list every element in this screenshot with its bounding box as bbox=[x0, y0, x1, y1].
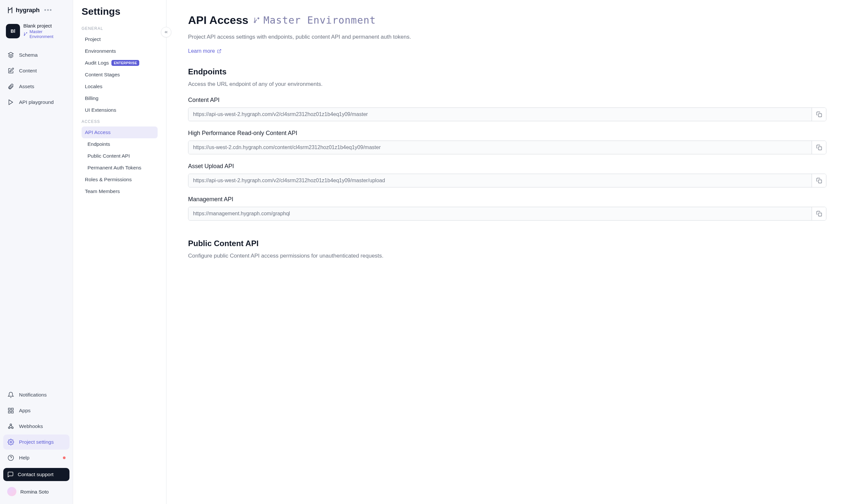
svg-rect-2 bbox=[8, 408, 11, 410]
grid-icon bbox=[7, 407, 14, 414]
page-description: Project API access settings with endpoin… bbox=[188, 34, 826, 40]
webhook-icon bbox=[7, 423, 14, 430]
svg-point-11 bbox=[254, 21, 256, 23]
settings-item-locales[interactable]: Locales bbox=[82, 80, 158, 92]
nav-assets[interactable]: Assets bbox=[3, 79, 70, 94]
endpoint-label: High Performance Read-only Content API bbox=[188, 130, 826, 137]
app-logo[interactable]: hygraph bbox=[6, 6, 40, 14]
layers-icon bbox=[7, 51, 14, 59]
branch-icon bbox=[253, 17, 260, 24]
nav-webhooks[interactable]: Webhooks bbox=[3, 419, 70, 434]
endpoint-label: Asset Upload API bbox=[188, 163, 826, 170]
public-content-heading: Public Content API bbox=[188, 239, 826, 248]
svg-rect-4 bbox=[8, 411, 11, 413]
settings-item-environments[interactable]: Environments bbox=[82, 45, 158, 57]
branch-icon bbox=[23, 32, 28, 36]
settings-item-api-access[interactable]: API Access bbox=[82, 126, 158, 138]
svg-rect-5 bbox=[12, 411, 14, 413]
nav-help[interactable]: Help bbox=[3, 450, 70, 465]
user-avatar bbox=[7, 487, 16, 496]
copy-button[interactable] bbox=[812, 108, 826, 121]
public-content-description: Configure public Content API access perm… bbox=[188, 253, 826, 259]
settings-item-ui-extensions[interactable]: UI Extensions bbox=[82, 104, 158, 116]
notification-dot bbox=[63, 456, 66, 459]
nav-apps[interactable]: Apps bbox=[3, 403, 70, 418]
endpoint-content-api: Content API bbox=[188, 97, 826, 121]
svg-rect-15 bbox=[818, 213, 822, 216]
primary-sidebar: hygraph ••• Bl Blank project Master Envi… bbox=[0, 0, 73, 504]
settings-item-public-content-api[interactable]: Public Content API bbox=[82, 150, 158, 162]
endpoint-label: Content API bbox=[188, 97, 826, 104]
external-link-icon bbox=[217, 49, 221, 53]
collapse-panel-button[interactable] bbox=[161, 27, 172, 37]
page-title: API Access bbox=[188, 14, 248, 26]
settings-section-general: GENERAL bbox=[82, 26, 158, 31]
copy-button[interactable] bbox=[812, 207, 826, 220]
svg-rect-14 bbox=[818, 180, 822, 183]
nav-notifications[interactable]: Notifications bbox=[3, 387, 70, 402]
settings-item-project[interactable]: Project bbox=[82, 33, 158, 45]
settings-item-audit-logs[interactable]: Audit Logs ENTERPRISE bbox=[82, 57, 158, 69]
svg-rect-3 bbox=[12, 408, 14, 410]
endpoint-high-performance: High Performance Read-only Content API bbox=[188, 130, 826, 154]
nav-schema[interactable]: Schema bbox=[3, 48, 70, 62]
nav-content[interactable]: Content bbox=[3, 63, 70, 78]
learn-more-link[interactable]: Learn more bbox=[188, 48, 221, 54]
copy-icon bbox=[816, 111, 822, 117]
svg-marker-1 bbox=[9, 100, 13, 105]
chevron-double-left-icon bbox=[164, 30, 168, 34]
edit-icon bbox=[7, 67, 14, 74]
endpoint-asset-upload: Asset Upload API bbox=[188, 163, 826, 187]
project-switcher[interactable]: Bl Blank project Master Environment bbox=[3, 20, 70, 42]
endpoint-url-input[interactable] bbox=[188, 141, 812, 154]
contact-support-button[interactable]: Contact support bbox=[3, 468, 70, 481]
message-icon bbox=[7, 471, 14, 478]
settings-item-content-stages[interactable]: Content Stages bbox=[82, 69, 158, 80]
project-avatar: Bl bbox=[6, 24, 20, 38]
user-menu[interactable]: Romina Soto bbox=[3, 484, 70, 499]
play-icon bbox=[7, 98, 14, 106]
svg-rect-13 bbox=[818, 147, 822, 150]
main-content: API Access Master Environment Project AP… bbox=[166, 0, 848, 504]
settings-section-access: ACCESS bbox=[82, 119, 158, 124]
settings-item-billing[interactable]: Billing bbox=[82, 92, 158, 104]
more-icon[interactable]: ••• bbox=[43, 6, 54, 14]
endpoint-management: Management API bbox=[188, 196, 826, 220]
svg-point-6 bbox=[8, 427, 10, 429]
copy-icon bbox=[816, 211, 822, 217]
help-icon bbox=[7, 454, 14, 462]
nav-api-playground[interactable]: API playground bbox=[3, 95, 70, 110]
svg-point-7 bbox=[12, 427, 14, 429]
app-logo-text: hygraph bbox=[16, 6, 40, 14]
svg-rect-12 bbox=[818, 114, 822, 117]
svg-point-0 bbox=[24, 35, 24, 35]
endpoint-url-input[interactable] bbox=[188, 207, 812, 220]
project-name: Blank project bbox=[23, 23, 67, 29]
bell-icon bbox=[7, 391, 14, 398]
settings-item-permanent-auth-tokens[interactable]: Permanent Auth Tokens bbox=[82, 162, 158, 174]
gear-icon bbox=[7, 438, 14, 446]
user-name: Romina Soto bbox=[20, 489, 49, 494]
settings-item-roles-permissions[interactable]: Roles & Permissions bbox=[82, 174, 158, 185]
endpoint-url-input[interactable] bbox=[188, 174, 812, 187]
svg-point-9 bbox=[10, 442, 12, 443]
settings-nav: Settings GENERAL Project Environments Au… bbox=[73, 0, 166, 504]
endpoints-heading: Endpoints bbox=[188, 67, 826, 76]
nav-project-settings[interactable]: Project settings bbox=[3, 434, 70, 450]
endpoints-description: Access the URL endpoint of any of your e… bbox=[188, 81, 826, 88]
settings-item-team-members[interactable]: Team Members bbox=[82, 185, 158, 197]
settings-title: Settings bbox=[82, 6, 158, 17]
settings-item-endpoints[interactable]: Endpoints bbox=[82, 138, 158, 150]
enterprise-badge: ENTERPRISE bbox=[111, 60, 139, 66]
copy-icon bbox=[816, 178, 822, 183]
hygraph-logo-icon bbox=[6, 6, 14, 14]
copy-button[interactable] bbox=[812, 174, 826, 187]
copy-button[interactable] bbox=[812, 141, 826, 154]
paperclip-icon bbox=[7, 83, 14, 90]
environment-label: Master Environment bbox=[253, 14, 376, 26]
copy-icon bbox=[816, 145, 822, 150]
endpoint-label: Management API bbox=[188, 196, 826, 203]
svg-point-10 bbox=[8, 455, 14, 461]
project-environment: Master Environment bbox=[23, 29, 67, 39]
endpoint-url-input[interactable] bbox=[188, 108, 812, 121]
